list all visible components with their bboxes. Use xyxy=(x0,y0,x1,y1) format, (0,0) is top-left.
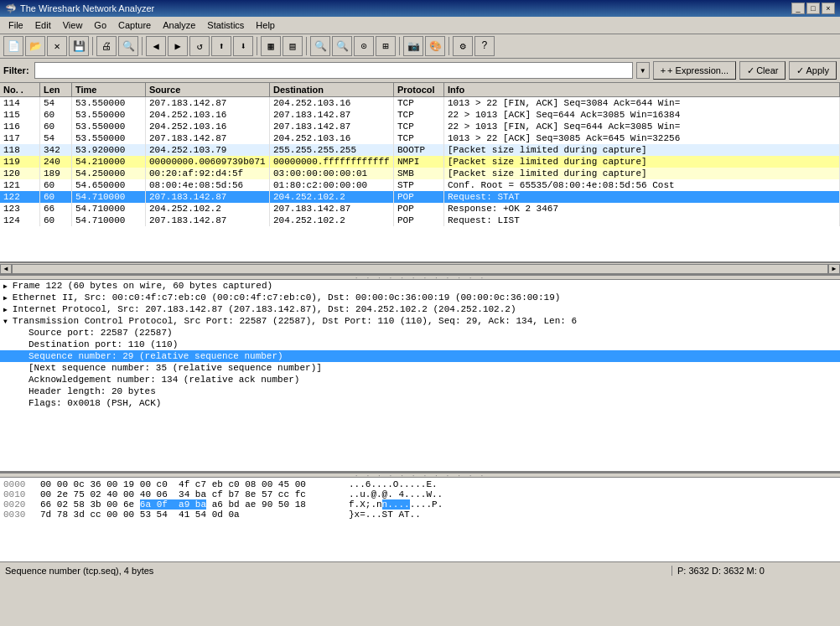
packet-row[interactable]: 1166053.550000204.252.103.16207.183.142.… xyxy=(0,121,840,132)
scroll-right-button[interactable]: ▶ xyxy=(828,264,840,274)
title-bar-controls: _ □ × xyxy=(791,3,835,14)
expand-triangle[interactable]: ▼ xyxy=(3,318,8,325)
packet-cell: BOOTP xyxy=(394,144,444,156)
packet-row[interactable]: 1156053.550000204.252.103.16207.183.142.… xyxy=(0,109,840,121)
col-header-info[interactable]: Info xyxy=(444,83,840,96)
packet-cell: 207.183.142.87 xyxy=(146,97,270,109)
filter-dropdown[interactable]: ▼ xyxy=(636,62,650,79)
hex-row-3: 0030 7d 78 3d cc 00 00 53 54 41 54 0d 0a… xyxy=(3,510,837,520)
hex-dump[interactable]: 0000 00 00 0c 36 00 19 00 c0 4f c7 eb c0… xyxy=(0,478,840,561)
packet-row[interactable]: 1216054.65000008:00:4e:08:5d:5601:80:c2:… xyxy=(0,179,840,191)
packet-row[interactable]: 1236654.710000204.252.102.2207.183.142.8… xyxy=(0,203,840,215)
packet-row[interactable]: 11834253.920000204.252.103.79255.255.255… xyxy=(0,144,840,156)
zoom-out-button[interactable]: 🔍 xyxy=(332,36,352,56)
sep6 xyxy=(449,37,449,55)
packet-cell: 204.252.103.79 xyxy=(146,144,270,156)
detail-row[interactable]: Flags: 0x0018 (PSH, ACK) xyxy=(0,397,840,409)
title-bar: 🦈 The Wireshark Network Analyzer _ □ × xyxy=(0,0,840,17)
col-header-dst[interactable]: Destination xyxy=(270,83,394,96)
capture-button[interactable]: 📷 xyxy=(403,36,423,56)
packet-cell: [Packet size limited during capture] xyxy=(444,168,840,179)
packet-row[interactable]: 1226054.710000207.183.142.87204.252.102.… xyxy=(0,191,840,203)
detail-row[interactable]: ▶Internet Protocol, Src: 207.183.142.87 … xyxy=(0,303,840,315)
detail-text: Internet Protocol, Src: 207.183.142.87 (… xyxy=(13,304,516,314)
zoom-fit-button[interactable]: ▦ xyxy=(261,36,281,56)
open-button[interactable]: 📂 xyxy=(25,36,45,56)
apply-button[interactable]: ✓ Apply xyxy=(789,61,837,80)
packet-cell: 204.252.103.16 xyxy=(270,132,394,144)
plus-icon: + xyxy=(661,65,666,75)
col-header-len[interactable]: Len xyxy=(40,83,72,96)
zoom-in-button[interactable]: 🔍 xyxy=(310,36,330,56)
detail-row[interactable]: ▶Ethernet II, Src: 00:c0:4f:c7:eb:c0 (00… xyxy=(0,292,840,303)
reload-button[interactable]: ↺ xyxy=(189,36,210,56)
packet-details[interactable]: ▶Frame 122 (60 bytes on wire, 60 bytes c… xyxy=(0,280,840,473)
detail-text: Transmission Control Protocol, Src Port:… xyxy=(13,316,577,326)
detail-row[interactable]: [Next sequence number: 35 (relative sequ… xyxy=(0,362,840,374)
menu-help[interactable]: Help xyxy=(251,18,280,32)
detail-text: Header length: 20 bytes xyxy=(29,386,156,396)
detail-row[interactable]: Header length: 20 bytes xyxy=(0,385,840,397)
col-header-src[interactable]: Source xyxy=(146,83,270,96)
zoom-alt-button[interactable]: ▤ xyxy=(283,36,303,56)
packet-row[interactable]: 1175453.550000207.183.142.87204.252.103.… xyxy=(0,132,840,144)
zoom-reset-button[interactable]: ⊙ xyxy=(354,36,374,56)
packet-cell: 54.650000 xyxy=(72,179,146,191)
detail-row[interactable]: Acknowledgement number: 134 (relative ac… xyxy=(0,374,840,385)
menu-go[interactable]: Go xyxy=(89,18,111,32)
packet-row[interactable]: 12018954.25000000:20:af:92:d4:5f03:00:00… xyxy=(0,168,840,179)
menu-edit[interactable]: Edit xyxy=(30,18,56,32)
close-button2[interactable]: ✕ xyxy=(47,36,67,56)
print-button[interactable]: 🖨 xyxy=(96,36,117,56)
packet-cell: 204.252.103.16 xyxy=(146,109,270,121)
packet-row[interactable]: 11924054.21000000000000.00609739b0710000… xyxy=(0,156,840,168)
sep1 xyxy=(92,37,93,55)
packet-list-body[interactable]: 1145453.550000207.183.142.87204.252.103.… xyxy=(0,97,840,259)
menu-statistics[interactable]: Statistics xyxy=(202,18,249,32)
minimize-button[interactable]: _ xyxy=(791,3,805,14)
packet-list-header: No. . Len Time Source Destination Protoc… xyxy=(0,83,840,97)
clear-button[interactable]: ✓ Clear xyxy=(739,61,786,80)
stop-button[interactable]: ⬆ xyxy=(211,36,231,56)
save-button[interactable]: 💾 xyxy=(69,36,89,56)
expand-triangle[interactable]: ▶ xyxy=(3,294,8,302)
filter-label: Filter: xyxy=(3,65,29,75)
h-scrollbar-track[interactable] xyxy=(12,264,828,274)
color-button[interactable]: 🎨 xyxy=(425,36,445,56)
detail-row[interactable]: Source port: 22587 (22587) xyxy=(0,327,840,339)
packet-row[interactable]: 1145453.550000207.183.142.87204.252.103.… xyxy=(0,97,840,109)
menu-view[interactable]: View xyxy=(58,18,88,32)
packet-row[interactable]: 1246054.710000207.183.142.87204.252.102.… xyxy=(0,215,840,226)
expand-triangle[interactable]: ▶ xyxy=(3,306,8,313)
forward-button[interactable]: ▶ xyxy=(168,36,188,56)
detail-row[interactable]: Sequence number: 29 (relative sequence n… xyxy=(0,350,840,362)
packet-cell: Conf. Root = 65535/08:00:4e:08:5d:56 Cos… xyxy=(444,179,840,191)
detail-row[interactable]: Destination port: 110 (110) xyxy=(0,339,840,350)
menu-analyze[interactable]: Analyze xyxy=(158,18,200,32)
prefs-button[interactable]: ⚙ xyxy=(453,36,473,56)
menu-file[interactable]: File xyxy=(3,18,29,32)
detail-row[interactable]: ▼Transmission Control Protocol, Src Port… xyxy=(0,315,840,327)
help-toolbar-button[interactable]: ? xyxy=(474,36,495,56)
find-button[interactable]: 🔍 xyxy=(118,36,138,56)
window-title: The Wireshark Network Analyzer xyxy=(20,3,154,13)
detail-row[interactable]: ▶Frame 122 (60 bytes on wire, 60 bytes c… xyxy=(0,280,840,292)
menu-capture[interactable]: Capture xyxy=(113,18,156,32)
col-header-time[interactable]: Time xyxy=(72,83,146,96)
down-button[interactable]: ⬇ xyxy=(233,36,253,56)
expand-triangle[interactable]: ▶ xyxy=(3,282,8,290)
col-header-no[interactable]: No. . xyxy=(0,83,40,96)
scroll-left-button[interactable]: ◀ xyxy=(0,264,12,274)
back-button[interactable]: ◀ xyxy=(146,36,166,56)
col-header-proto[interactable]: Protocol xyxy=(394,83,444,96)
zoom-extra-button[interactable]: ⊞ xyxy=(376,36,396,56)
filter-input[interactable] xyxy=(34,62,633,79)
expression-button[interactable]: + + Expression... xyxy=(653,61,737,80)
packet-cell: 54.710000 xyxy=(72,215,146,226)
close-button[interactable]: × xyxy=(822,3,835,14)
hex-highlight-ascii: n.... xyxy=(382,499,410,510)
menu-bar: File Edit View Go Capture Analyze Statis… xyxy=(0,17,840,34)
new-button[interactable]: 📄 xyxy=(3,36,23,56)
maximize-button[interactable]: □ xyxy=(806,3,820,14)
status-left: Sequence number (tcp.seq), 4 bytes xyxy=(0,566,672,576)
